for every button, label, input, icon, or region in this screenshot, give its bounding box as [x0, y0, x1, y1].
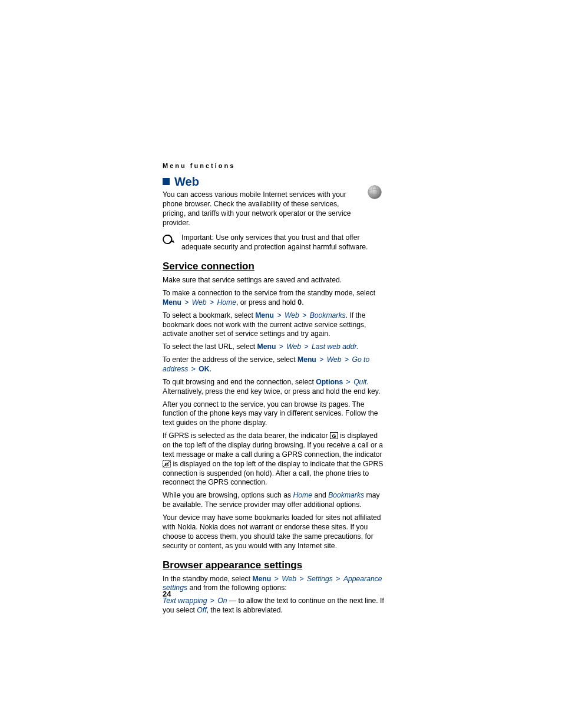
- important-icon: [163, 234, 176, 245]
- service-p10: Your device may have some bookmarks load…: [163, 513, 385, 551]
- browser-p2: Text wrapping > On — to allow the text t…: [163, 597, 385, 615]
- globe-icon: [366, 184, 383, 200]
- heading-web: Web: [174, 175, 199, 188]
- service-p1: Make sure that service settings are save…: [163, 276, 385, 285]
- page-number: 24: [163, 589, 171, 598]
- important-note: Important: Use only services that you tr…: [163, 233, 385, 252]
- service-p2: To make a connection to the service from…: [163, 289, 385, 308]
- service-p4: To select the last URL, select Menu > We…: [163, 342, 385, 352]
- service-p5: To enter the address of the service, sel…: [163, 355, 385, 374]
- gprs-suspended-icon: G: [163, 460, 171, 467]
- intro-paragraph: You can access various mobile Internet s…: [163, 190, 360, 228]
- running-header: Menu functions: [163, 162, 385, 169]
- service-p7: After you connect to the service, you ca…: [163, 400, 385, 429]
- important-text: Important: Use only services that you tr…: [181, 233, 385, 252]
- browser-p1: In the standby mode, select Menu > Web >…: [163, 575, 385, 594]
- service-p9: While you are browsing, options such as …: [163, 491, 385, 510]
- heading-service-connection: Service connection: [163, 261, 385, 272]
- gprs-active-icon: G: [330, 432, 338, 439]
- service-p8: If GPRS is selected as the data bearer, …: [163, 431, 385, 487]
- service-p6: To quit browsing and end the connection,…: [163, 378, 385, 397]
- svg-text:G: G: [332, 433, 336, 439]
- important-label: Important:: [181, 233, 214, 242]
- manual-page: Menu functions Web You can access variou…: [0, 0, 562, 728]
- section-heading-web: Web: [163, 175, 385, 188]
- service-p3: To select a bookmark, select Menu > Web …: [163, 311, 385, 340]
- square-bullet-icon: [163, 178, 170, 185]
- heading-browser-appearance: Browser appearance settings: [163, 559, 385, 571]
